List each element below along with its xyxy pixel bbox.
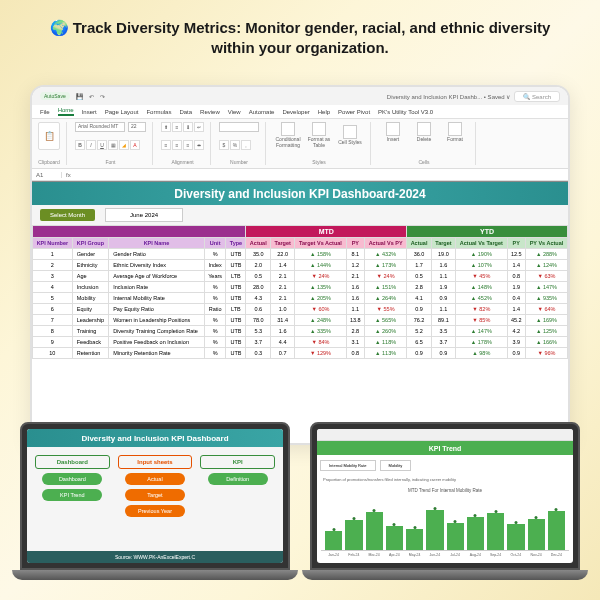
cell[interactable]: 5.2 [407, 326, 432, 337]
cell[interactable]: 0.9 [507, 348, 525, 359]
cell[interactable]: % [204, 337, 226, 348]
cell[interactable]: ▼ 60% [295, 304, 346, 315]
cell[interactable]: 1.9 [431, 282, 455, 293]
cell[interactable]: LTB [226, 304, 246, 315]
cell-styles-button[interactable]: Cell Styles [336, 125, 364, 146]
merge-button[interactable]: ⬌ [194, 140, 204, 150]
percent-button[interactable]: % [230, 140, 240, 150]
font-name-select[interactable]: Arial Rounded MT [75, 122, 125, 132]
cell[interactable]: 8 [33, 326, 73, 337]
tab-file[interactable]: File [40, 109, 50, 115]
cell[interactable]: ▲ 452% [456, 293, 508, 304]
cell[interactable]: 36.0 [407, 249, 432, 260]
target-button[interactable]: Target [125, 489, 185, 501]
cell[interactable]: Women in Leadership Positions [109, 315, 205, 326]
dashboard-button[interactable]: Dashboard [42, 473, 102, 485]
group-select[interactable]: Mobility [380, 460, 412, 471]
cell[interactable]: 4.2 [507, 326, 525, 337]
table-row[interactable]: 5MobilityInternal Mobility Rate%UTB4.32.… [33, 293, 568, 304]
cell[interactable]: Index [204, 260, 226, 271]
cell[interactable]: % [204, 282, 226, 293]
cell[interactable]: ▲ 135% [295, 282, 346, 293]
cell[interactable]: ▲ 169% [525, 315, 567, 326]
tab-pksutilitytoolv[interactable]: PK's Utility Tool V3.0 [378, 109, 433, 115]
definition-button[interactable]: Definition [208, 473, 268, 485]
search-input[interactable]: 🔍 Search [514, 91, 560, 102]
cell[interactable]: 0.3 [246, 348, 271, 359]
cell[interactable]: UTB [226, 249, 246, 260]
cell[interactable]: 1.0 [271, 304, 295, 315]
cell[interactable]: 1.1 [431, 271, 455, 282]
cell[interactable]: 3.1 [346, 337, 364, 348]
cell[interactable]: ▼ 85% [456, 315, 508, 326]
cell[interactable]: 13.8 [346, 315, 364, 326]
cell[interactable]: Age [72, 271, 108, 282]
border-button[interactable]: ▦ [108, 140, 118, 150]
cell[interactable]: ▲ 173% [364, 260, 406, 271]
actual-button[interactable]: Actual [125, 473, 185, 485]
cell[interactable]: ▲ 124% [525, 260, 567, 271]
tab-formulas[interactable]: Formulas [146, 109, 171, 115]
undo-icon[interactable]: ↶ [89, 93, 94, 100]
wrap-text-button[interactable]: ↵ [194, 122, 204, 132]
redo-icon[interactable]: ↷ [100, 93, 105, 100]
table-row[interactable]: 10RetentionMinority Retention Rate%UTB0.… [33, 348, 568, 359]
cell[interactable]: ▲ 178% [456, 337, 508, 348]
tab-data[interactable]: Data [179, 109, 192, 115]
cell[interactable]: 2.8 [346, 326, 364, 337]
cell[interactable]: 6.5 [407, 337, 432, 348]
cell[interactable]: ▼ 55% [364, 304, 406, 315]
cell[interactable]: % [204, 326, 226, 337]
cell[interactable]: 1 [33, 249, 73, 260]
tab-automate[interactable]: Automate [249, 109, 275, 115]
cell[interactable]: 2.1 [271, 293, 295, 304]
cell[interactable]: 2.8 [407, 282, 432, 293]
cell[interactable]: Ethnicity [72, 260, 108, 271]
align-right-button[interactable]: ≡ [183, 140, 193, 150]
cell[interactable]: ▲ 248% [295, 315, 346, 326]
cell[interactable]: ▼ 96% [525, 348, 567, 359]
cell[interactable]: 0.5 [407, 271, 432, 282]
cell[interactable]: LTB [226, 271, 246, 282]
italic-button[interactable]: I [86, 140, 96, 150]
cell[interactable]: UTB [226, 260, 246, 271]
cell[interactable]: Pay Equity Ratio [109, 304, 205, 315]
tab-review[interactable]: Review [200, 109, 220, 115]
cell[interactable]: ▲ 144% [295, 260, 346, 271]
font-color-button[interactable]: A [130, 140, 140, 150]
cell[interactable]: 22.0 [271, 249, 295, 260]
cell[interactable]: 3.7 [431, 337, 455, 348]
cell[interactable]: UTB [226, 315, 246, 326]
previous-year-button[interactable]: Previous Year [125, 505, 185, 517]
format-as-table-button[interactable]: Format as Table [305, 122, 333, 148]
cell[interactable]: ▼ 63% [525, 271, 567, 282]
cell[interactable]: % [204, 348, 226, 359]
cell[interactable]: 4.4 [271, 337, 295, 348]
tab-home[interactable]: Home [58, 107, 74, 116]
cell[interactable]: ▲ 935% [525, 293, 567, 304]
save-icon[interactable]: 💾 [76, 93, 83, 100]
cell[interactable]: UTB [226, 337, 246, 348]
cell[interactable]: 12.5 [507, 249, 525, 260]
cell[interactable]: Positive Feedback on Inclusion [109, 337, 205, 348]
cell[interactable]: 4.1 [407, 293, 432, 304]
cell[interactable]: % [204, 249, 226, 260]
cell[interactable]: 2 [33, 260, 73, 271]
cell[interactable]: 1.6 [271, 326, 295, 337]
align-left-button[interactable]: ≡ [161, 140, 171, 150]
table-row[interactable]: 3AgeAverage Age of WorkforceYearsLTB0.52… [33, 271, 568, 282]
cell[interactable]: Gender [72, 249, 108, 260]
cell[interactable]: 0.5 [246, 271, 271, 282]
comma-button[interactable]: , [241, 140, 251, 150]
cell[interactable]: Years [204, 271, 226, 282]
cell[interactable]: UTB [226, 293, 246, 304]
number-format-select[interactable] [219, 122, 259, 132]
cell[interactable]: 0.9 [407, 348, 432, 359]
cell[interactable]: 7 [33, 315, 73, 326]
cell[interactable]: % [204, 293, 226, 304]
cell[interactable]: Minority Retention Rate [109, 348, 205, 359]
cell[interactable]: 10 [33, 348, 73, 359]
cell[interactable]: 3.5 [431, 326, 455, 337]
align-mid-button[interactable]: ≡ [172, 122, 182, 132]
cell[interactable]: ▼ 45% [456, 271, 508, 282]
